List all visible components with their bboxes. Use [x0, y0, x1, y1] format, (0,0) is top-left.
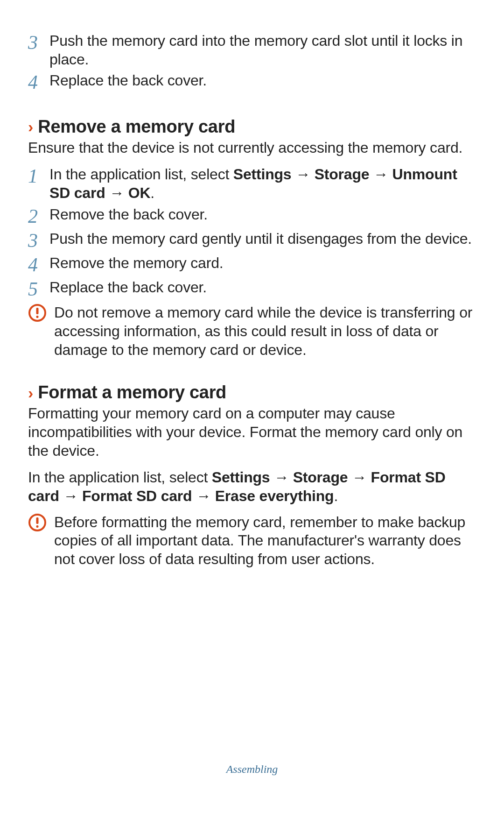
- section-heading-remove: › Remove a memory card: [28, 117, 476, 137]
- step-number: 2: [28, 205, 49, 227]
- warning-text: Before formatting the memory card, remem…: [54, 513, 476, 569]
- step-number: 3: [28, 230, 49, 251]
- text-bold: Storage: [293, 469, 348, 486]
- section-intro: Formatting your memory card on a compute…: [28, 404, 476, 460]
- text-plain: .: [334, 488, 338, 504]
- text-arrow: →: [369, 166, 392, 183]
- text-plain: In the application list, select: [49, 166, 233, 183]
- text-bold: Settings: [233, 166, 292, 183]
- text-bold: Erase everything: [215, 488, 334, 504]
- remove-step-list: 1 In the application list, select Settin…: [28, 165, 476, 300]
- text-arrow: →: [59, 488, 82, 504]
- text-bold: Storage: [315, 166, 370, 183]
- format-path: In the application list, select Settings…: [28, 468, 476, 505]
- step-text: In the application list, select Settings…: [49, 165, 476, 202]
- step-text: Push the memory card gently until it dis…: [49, 230, 476, 248]
- step-item: 2 Remove the back cover.: [28, 205, 476, 227]
- section-heading-format: › Format a memory card: [28, 382, 476, 403]
- text-bold: Format SD card: [82, 488, 192, 504]
- step-text: Remove the back cover.: [49, 205, 476, 224]
- step-text: Remove the memory card.: [49, 254, 476, 273]
- svg-rect-1: [36, 308, 39, 314]
- step-item: 1 In the application list, select Settin…: [28, 165, 476, 202]
- text-arrow: →: [291, 166, 314, 183]
- step-item: 5 Replace the back cover.: [28, 278, 476, 300]
- step-item: 4 Remove the memory card.: [28, 254, 476, 276]
- chevron-icon: ›: [28, 385, 33, 401]
- section-intro: Ensure that the device is not currently …: [28, 139, 476, 157]
- text-plain: .: [150, 184, 154, 201]
- step-text: Push the memory card into the memory car…: [49, 32, 476, 69]
- text-bold: Settings: [212, 469, 270, 486]
- step-text: Replace the back cover.: [49, 71, 476, 90]
- warning-icon: [28, 304, 54, 324]
- text-arrow: →: [105, 184, 128, 201]
- page: 3 Push the memory card into the memory c…: [0, 0, 504, 827]
- text-arrow: →: [192, 488, 215, 504]
- text-bold: OK: [128, 184, 151, 201]
- text-arrow: →: [270, 469, 293, 486]
- chevron-icon: ›: [28, 119, 33, 134]
- step-item: 4 Replace the back cover.: [28, 71, 476, 93]
- step-number: 4: [28, 254, 49, 276]
- svg-rect-4: [36, 517, 39, 524]
- step-item: 3 Push the memory card into the memory c…: [28, 32, 476, 69]
- warning-callout: Do not remove a memory card while the de…: [28, 304, 476, 359]
- warning-icon: [28, 513, 54, 534]
- heading-text: Format a memory card: [38, 382, 226, 403]
- step-number: 4: [28, 71, 49, 93]
- step-number: 5: [28, 278, 49, 300]
- text-plain: In the application list, select: [28, 469, 212, 486]
- step-number: 3: [28, 32, 49, 53]
- step-item: 3 Push the memory card gently until it d…: [28, 230, 476, 251]
- page-footer: Assembling: [0, 763, 504, 776]
- top-step-list: 3 Push the memory card into the memory c…: [28, 32, 476, 93]
- heading-text: Remove a memory card: [38, 117, 235, 137]
- warning-text: Do not remove a memory card while the de…: [54, 304, 476, 359]
- svg-rect-5: [36, 525, 39, 528]
- text-arrow: →: [348, 469, 371, 486]
- svg-rect-2: [36, 316, 39, 318]
- step-text: Replace the back cover.: [49, 278, 476, 297]
- step-number: 1: [28, 165, 49, 187]
- warning-callout: Before formatting the memory card, remem…: [28, 513, 476, 569]
